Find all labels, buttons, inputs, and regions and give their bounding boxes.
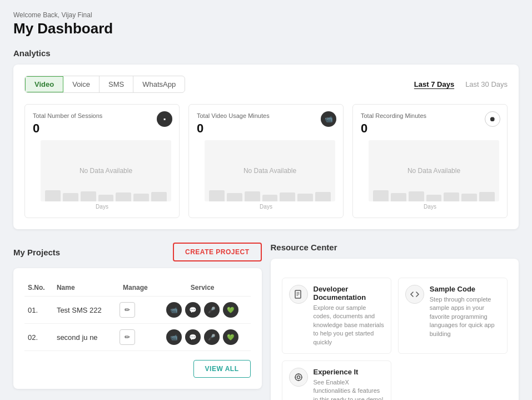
sessions-x-label: Days bbox=[33, 204, 171, 210]
welcome-text: Welcome Back, Vijay Final bbox=[13, 11, 519, 19]
usage-x-label: Days bbox=[197, 204, 335, 210]
resource-item-docs[interactable]: Developer Documentation Explore our samp… bbox=[282, 278, 391, 354]
chart-bar bbox=[81, 191, 96, 201]
usage-chart-inner: No Data Available bbox=[205, 140, 335, 201]
chart-bar bbox=[45, 190, 61, 201]
col-service: Service bbox=[155, 279, 251, 297]
row2-manage: ✏ bbox=[116, 324, 155, 351]
analytics-section-title: Analytics bbox=[13, 48, 519, 58]
usage-chart-title: Total Video Usage Minutes bbox=[197, 112, 335, 119]
resources-card: Developer Documentation Explore our samp… bbox=[271, 259, 519, 400]
row2-sno: 02. bbox=[24, 324, 53, 351]
chart-bar bbox=[373, 190, 389, 201]
table-row: 01. Test SMS 222 ✏ 📹 💬 🎤 💚 bbox=[24, 297, 251, 324]
usage-no-data: No Data Available bbox=[243, 167, 296, 175]
col-name: Name bbox=[53, 279, 116, 297]
edit-button-2[interactable]: ✏ bbox=[120, 329, 135, 345]
sessions-no-data: No Data Available bbox=[79, 167, 132, 175]
chart-bar bbox=[315, 192, 331, 201]
view-all-area: VIEW ALL bbox=[24, 360, 251, 378]
sessions-chart-area: No. of Sessions No Data Available bbox=[33, 140, 171, 201]
chart-bar bbox=[409, 191, 424, 201]
chart-bar bbox=[133, 194, 149, 201]
tab-video[interactable]: Video bbox=[25, 76, 63, 92]
service-icons-row2: 📹 💬 🎤 💚 bbox=[158, 329, 247, 345]
docs-content: Developer Documentation Explore our samp… bbox=[314, 285, 384, 347]
date-toggle: Last 7 Days Last 30 Days bbox=[414, 80, 508, 88]
sessions-chart-value: 0 bbox=[33, 121, 171, 136]
recording-no-data: No Data Available bbox=[407, 167, 460, 175]
col-sno: S.No. bbox=[24, 279, 53, 297]
tab-voice[interactable]: Voice bbox=[63, 76, 100, 92]
last-30-days-option[interactable]: Last 30 Days bbox=[465, 80, 508, 88]
edit-button[interactable]: ✏ bbox=[120, 302, 135, 318]
usage-chart-icon: 📹 bbox=[321, 111, 336, 127]
recording-chart-value: 0 bbox=[361, 121, 499, 136]
row2-services: 📹 💬 🎤 💚 bbox=[155, 324, 251, 351]
page-title: My Dashboard bbox=[13, 20, 519, 37]
usage-chart-card: Total Video Usage Minutes 0 📹 Usage Minu… bbox=[188, 104, 344, 218]
audio-service-icon[interactable]: 🎤 bbox=[204, 302, 220, 318]
chart-bar bbox=[297, 194, 313, 201]
chart-bar bbox=[63, 193, 78, 201]
experience-content: Experience It See EnableX functionalitie… bbox=[314, 368, 384, 400]
video-service-icon-2[interactable]: 📹 bbox=[166, 329, 182, 345]
analytics-card: Video Voice SMS WhatsApp Last 7 Days Las… bbox=[13, 65, 519, 229]
resource-grid: Developer Documentation Explore our samp… bbox=[282, 278, 508, 400]
whatsapp-service-icon[interactable]: 💚 bbox=[223, 302, 238, 318]
col-manage: Manage bbox=[116, 279, 155, 297]
video-service-icon[interactable]: 📹 bbox=[166, 302, 182, 318]
row2-name: second ju ne bbox=[53, 324, 116, 351]
chart-bar bbox=[479, 192, 495, 201]
chart-bar bbox=[426, 195, 442, 201]
projects-card: S.No. Name Manage Service 01. Test SMS 2… bbox=[13, 268, 262, 389]
chart-bar bbox=[209, 190, 225, 201]
usage-chart-area: Usage Minutes No Data Available bbox=[197, 140, 335, 201]
chart-bar bbox=[151, 192, 167, 201]
view-all-button[interactable]: VIEW ALL bbox=[193, 360, 251, 378]
projects-section: My Projects CREATE PROJECT S.No. Name Ma… bbox=[13, 243, 262, 400]
resource-section: Resource Center Develo bbox=[271, 243, 519, 400]
projects-header: My Projects CREATE PROJECT bbox=[13, 243, 262, 261]
tab-whatsapp[interactable]: WhatsApp bbox=[133, 76, 185, 92]
projects-table: S.No. Name Manage Service 01. Test SMS 2… bbox=[24, 279, 251, 351]
resource-item-experience[interactable]: Experience It See EnableX functionalitie… bbox=[282, 361, 391, 400]
table-header-row: S.No. Name Manage Service bbox=[24, 279, 251, 297]
recording-chart-area: Recording Minutes No Data Available bbox=[361, 140, 499, 201]
experience-name: Experience It bbox=[314, 368, 384, 376]
analytics-header: Video Voice SMS WhatsApp Last 7 Days Las… bbox=[24, 76, 508, 93]
chart-bar bbox=[98, 195, 114, 201]
recording-chart-inner: No Data Available bbox=[369, 140, 499, 201]
chart-bar bbox=[391, 193, 406, 201]
code-name: Sample Code bbox=[430, 285, 500, 293]
table-row: 02. second ju ne ✏ 📹 💬 🎤 💚 bbox=[24, 324, 251, 351]
docs-name: Developer Documentation bbox=[314, 285, 384, 302]
recording-x-label: Days bbox=[361, 204, 499, 210]
whatsapp-service-icon-2[interactable]: 💚 bbox=[223, 329, 238, 345]
row1-services: 📹 💬 🎤 💚 bbox=[155, 297, 251, 324]
last-7-days-option[interactable]: Last 7 Days bbox=[414, 80, 454, 88]
chart-bar bbox=[245, 191, 260, 201]
recording-chart-card: Total Recording Minutes 0 ⏺ Recording Mi… bbox=[352, 104, 508, 218]
code-icon bbox=[405, 285, 424, 304]
chart-bar bbox=[262, 195, 278, 201]
svg-point-4 bbox=[295, 374, 302, 381]
chat-service-icon-2[interactable]: 💬 bbox=[185, 329, 201, 345]
sessions-chart-icon: ▪ bbox=[157, 111, 172, 127]
charts-row: Total Number of Sessions 0 ▪ No. of Sess… bbox=[24, 104, 508, 218]
docs-desc: Explore our sample codes, documents and … bbox=[314, 304, 384, 347]
chat-service-icon[interactable]: 💬 bbox=[185, 302, 201, 318]
tab-sms[interactable]: SMS bbox=[100, 76, 133, 92]
recording-chart-icon: ⏺ bbox=[485, 111, 500, 127]
chart-bar bbox=[444, 192, 459, 201]
recording-chart-title: Total Recording Minutes bbox=[361, 112, 499, 119]
audio-service-icon-2[interactable]: 🎤 bbox=[204, 329, 220, 345]
usage-chart-value: 0 bbox=[197, 121, 335, 136]
docs-icon bbox=[289, 285, 308, 304]
svg-point-5 bbox=[297, 376, 300, 378]
create-project-button[interactable]: CREATE PROJECT bbox=[173, 243, 261, 261]
projects-section-title: My Projects bbox=[13, 248, 60, 257]
resource-item-code[interactable]: Sample Code Step through complete sample… bbox=[398, 278, 508, 354]
chart-bar bbox=[280, 192, 295, 201]
analytics-tabs: Video Voice SMS WhatsApp bbox=[24, 76, 185, 93]
